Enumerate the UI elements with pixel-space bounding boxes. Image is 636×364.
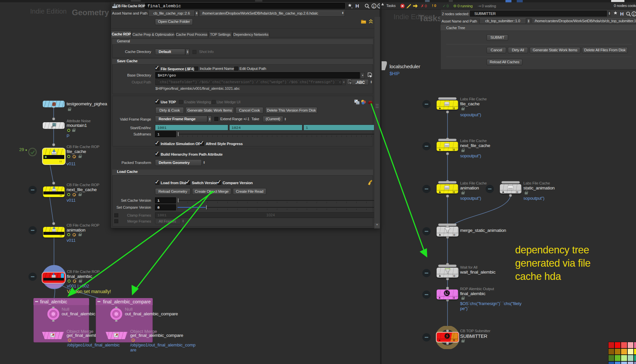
svg-text:i: i	[373, 4, 374, 8]
svg-text:20: 20	[356, 102, 359, 104]
svg-text:rO: rO	[445, 293, 447, 295]
svg-text:H: H	[355, 3, 359, 9]
